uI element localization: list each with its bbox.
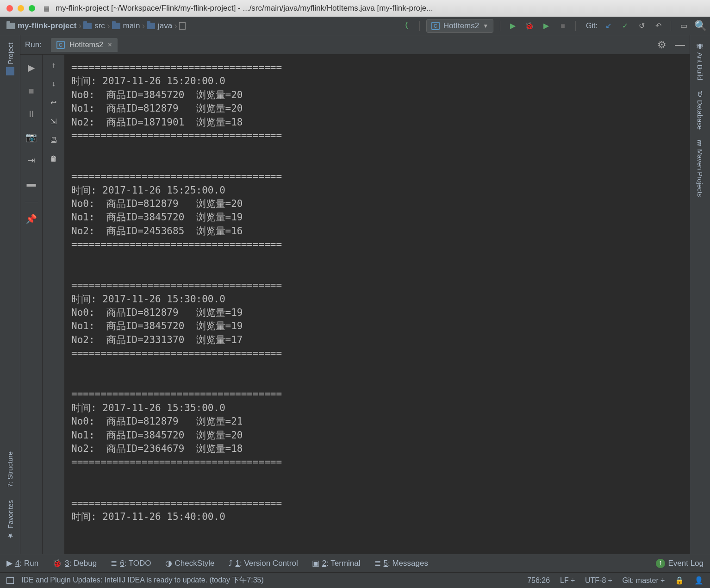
project-structure-icon[interactable]: ▭ <box>678 20 690 32</box>
traffic-lights <box>6 5 35 12</box>
build-icon[interactable]: ⤹ <box>401 20 413 32</box>
document-icon: ▤ <box>42 4 51 13</box>
tab-project[interactable]: Project <box>5 39 15 79</box>
tab-version-control[interactable]: ⤴ 1: Version Control <box>229 559 298 568</box>
stop-icon[interactable]: ■ <box>25 84 38 97</box>
chevron-down-icon: ▼ <box>483 23 488 29</box>
close-icon[interactable]: × <box>108 41 112 49</box>
coverage-icon[interactable]: ▶ <box>540 20 552 32</box>
git-branch[interactable]: Git: master ÷ <box>623 576 665 585</box>
file-icon <box>179 22 186 30</box>
tab-terminal[interactable]: ▣ 2: Terminal <box>312 558 361 568</box>
tab-run[interactable]: ▶ 4: Run <box>6 558 38 568</box>
layout-icon[interactable]: ▬ <box>25 177 38 190</box>
divider <box>575 21 576 31</box>
run-gutter-left: ▶ ■ ⏸ 📷 ⇥ ▬ 📌 <box>20 55 43 554</box>
soft-wrap-icon[interactable]: ↩ <box>50 98 56 107</box>
revert-icon[interactable]: ↶ <box>652 20 664 32</box>
console-output[interactable]: ==================================== 时间:… <box>65 55 690 554</box>
history-icon[interactable]: ↺ <box>635 20 648 32</box>
statusbar: IDE and Plugin Updates: IntelliJ IDEA is… <box>0 572 710 588</box>
folder-icon <box>83 23 92 29</box>
lock-icon[interactable]: 🔒 <box>675 576 684 585</box>
dump-icon[interactable]: 📷 <box>25 131 38 144</box>
divider <box>419 21 420 31</box>
run-label: Run: <box>25 40 42 50</box>
pin-icon[interactable]: 📌 <box>25 213 38 225</box>
ide-status-icon[interactable]: 👤 <box>694 576 704 585</box>
tab-debug[interactable]: 🐞 3: Debug <box>52 558 97 568</box>
folder-icon <box>147 23 155 29</box>
run-config-selector[interactable]: C HotItems2 ▼ <box>426 19 493 33</box>
crumb-src[interactable]: src <box>81 21 108 31</box>
run-toolbar: Run: C HotItems2 × ⚙ — <box>20 35 690 55</box>
rerun-icon[interactable]: ▶ <box>25 61 38 74</box>
divider <box>500 21 500 31</box>
window-title: my-flink-project [~/Workspace/Flink/my-f… <box>56 4 433 13</box>
file-encoding[interactable]: UTF-8 ÷ <box>585 576 612 585</box>
navigation-bar: my-flink-project › src › main › java › ⤹… <box>0 17 710 35</box>
gear-icon[interactable]: ⚙ <box>657 39 666 51</box>
tab-messages[interactable]: ≣ 5: Messages <box>374 558 428 568</box>
tool-window-icon[interactable] <box>6 577 14 584</box>
update-project-icon[interactable]: ↙ <box>602 20 614 32</box>
left-tool-strip: Project 7: Structure ★ Favorites <box>0 35 20 554</box>
tab-structure[interactable]: 7: Structure <box>5 448 15 491</box>
down-icon[interactable]: ↓ <box>52 80 56 88</box>
divider <box>671 21 671 31</box>
caret-position[interactable]: 756:26 <box>527 576 550 585</box>
exit-icon[interactable]: ⇥ <box>25 154 38 167</box>
event-count-badge: 1 <box>656 559 665 568</box>
pause-icon[interactable]: ⏸ <box>25 107 38 120</box>
breadcrumb: my-flink-project › src › main › java › <box>4 20 190 31</box>
tab-ant-build[interactable]: 🕷 Ant Build <box>695 39 705 84</box>
tab-favorites[interactable]: ★ Favorites <box>5 496 15 544</box>
debug-icon[interactable]: 🐞 <box>523 20 536 32</box>
zoom-window-icon[interactable] <box>29 5 35 12</box>
class-icon: C <box>56 41 65 49</box>
tab-event-log[interactable]: 1Event Log <box>656 559 704 568</box>
tab-maven[interactable]: m Maven Projects <box>695 136 705 200</box>
git-label: Git: <box>586 22 598 30</box>
status-message: IDE and Plugin Updates: IntelliJ IDEA is… <box>21 575 264 585</box>
titlebar: ▤ my-flink-project [~/Workspace/Flink/my… <box>0 0 710 17</box>
run-gutter-right: ↑ ↓ ↩ ⇲ 🖶 🗑 <box>43 55 65 554</box>
tab-todo[interactable]: ≣ 6: TODO <box>111 558 151 568</box>
close-window-icon[interactable] <box>6 5 13 12</box>
crumb-java[interactable]: java <box>144 21 175 31</box>
up-icon[interactable]: ↑ <box>52 61 56 69</box>
tab-database[interactable]: 🛢 Database <box>695 87 705 133</box>
crumb-project[interactable]: my-flink-project <box>4 21 80 31</box>
stop-icon[interactable]: ■ <box>557 20 569 32</box>
line-separator[interactable]: LF ÷ <box>560 576 575 585</box>
crumb-main[interactable]: main <box>109 21 143 31</box>
folder-icon <box>112 23 120 29</box>
minimize-icon[interactable]: — <box>675 39 685 51</box>
right-tool-strip: 🕷 Ant Build 🛢 Database m Maven Projects <box>690 35 710 554</box>
bottom-toolbar: ▶ 4: Run 🐞 3: Debug ≣ 6: TODO ◑ CheckSty… <box>0 554 710 572</box>
run-tab-hotitems2[interactable]: C HotItems2 × <box>51 38 118 52</box>
folder-icon <box>6 23 15 29</box>
commit-icon[interactable]: ✓ <box>619 20 631 32</box>
run-config-label: HotItems2 <box>443 21 479 31</box>
class-icon: C <box>431 22 440 30</box>
tab-checkstyle[interactable]: ◑ CheckStyle <box>165 558 215 568</box>
run-icon[interactable]: ▶ <box>507 20 519 32</box>
clear-icon[interactable]: 🗑 <box>50 155 57 163</box>
crumb-file[interactable] <box>176 22 190 30</box>
minimize-window-icon[interactable] <box>18 5 24 12</box>
run-tab-label: HotItems2 <box>69 41 103 49</box>
print-icon[interactable]: 🖶 <box>50 136 57 144</box>
scroll-to-end-icon[interactable]: ⇲ <box>50 117 56 126</box>
project-icon <box>6 67 14 75</box>
search-icon[interactable]: 🔍 <box>694 20 706 32</box>
